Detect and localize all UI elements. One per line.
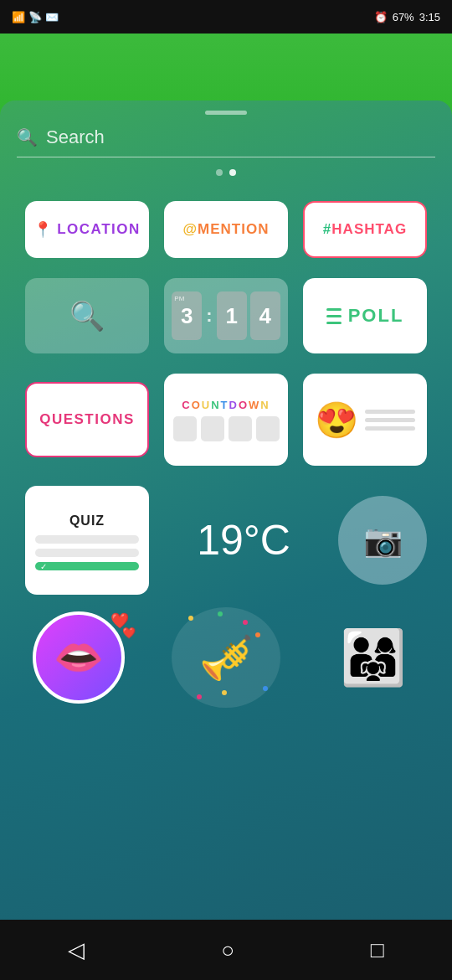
questions-label: QUESTIONS [39, 411, 135, 428]
battery-text: 67% [393, 11, 414, 23]
dot-2 [229, 169, 236, 176]
mention-label: @MENTION [183, 221, 270, 238]
mouth-emoji: 👄 [54, 634, 104, 681]
poll-sticker[interactable]: POLL [303, 278, 427, 353]
mail-icon: ✉️ [45, 11, 59, 23]
sticker-row-3: QUESTIONS COUNTDOWN 😍 [25, 374, 427, 466]
sticker-grid: 📍 LOCATION @MENTION #HASHTAG 🔍 [0, 176, 452, 595]
family-sticker[interactable]: 👨‍👩‍👧 [311, 603, 435, 712]
quiz-title: QUIZ [69, 513, 105, 529]
status-left: 📶 📡 ✉️ [12, 11, 59, 23]
heart-icon-2: ❤️ [122, 627, 136, 639]
emoji-sticker[interactable]: 😍 [303, 374, 427, 466]
mention-sticker[interactable]: @MENTION [164, 201, 288, 258]
poll-label: POLL [348, 305, 404, 327]
drag-handle[interactable] [205, 111, 247, 115]
location-sticker[interactable]: 📍 LOCATION [25, 201, 149, 258]
page-dots [0, 169, 452, 176]
sticker-row-2: 🔍 PM 3 : 1 4 POLL [25, 278, 427, 353]
status-right: ⏰ 67% 3:15 [374, 11, 440, 23]
sticker-sheet: 🔍 Search 📍 LOCATION @MENTION #HASHTAG [0, 101, 452, 946]
emoji-bar [365, 410, 415, 431]
signal-icon: 📶 [12, 11, 25, 23]
bottom-nav: ◁ ○ □ [0, 920, 452, 980]
clock-seg-hour: PM 3 [172, 291, 202, 340]
dot-1 [216, 169, 223, 176]
sticker-row-5: 👄 ❤️ ❤️ 🎺 👨‍👩‍👧 [0, 603, 452, 712]
time-text: 3:15 [419, 11, 440, 23]
mouth-sticker[interactable]: 👄 ❤️ ❤️ [17, 603, 141, 712]
search-big-icon: 🔍 [69, 299, 105, 333]
sticker-row-1: 📍 LOCATION @MENTION #HASHTAG [25, 201, 427, 258]
clock-seg-min1: 1 [217, 291, 247, 340]
camera-icon: 📷 [363, 522, 403, 559]
location-pin-icon: 📍 [33, 220, 52, 239]
temperature-label: 19°C [197, 516, 290, 565]
quiz-lines: ✓ [35, 535, 139, 570]
trumpet-emoji: 🎺 [199, 632, 254, 683]
temperature-sticker[interactable]: 19°C [182, 486, 306, 595]
clock-seg-min2: 4 [250, 291, 280, 340]
family-emoji: 👨‍👩‍👧 [340, 627, 407, 689]
emoji-face: 😍 [315, 400, 358, 441]
back-button[interactable]: ◁ [68, 937, 85, 963]
status-bar: 📶 📡 ✉️ ⏰ 67% 3:15 [0, 0, 452, 34]
hashtag-sticker[interactable]: #HASHTAG [303, 201, 427, 258]
alarm-icon: ⏰ [374, 11, 388, 23]
countdown-label: COUNTDOWN [182, 399, 270, 411]
home-button[interactable]: ○ [221, 937, 234, 963]
countdown-sticker[interactable]: COUNTDOWN [164, 374, 288, 466]
poll-lines-icon [326, 308, 342, 324]
confetti-bg: 🎺 [172, 607, 280, 708]
trumpet-sticker[interactable]: 🎺 [164, 603, 288, 712]
clock-sticker[interactable]: PM 3 : 1 4 [164, 278, 288, 353]
sticker-row-4: QUIZ ✓ 19°C 📷 [25, 486, 427, 595]
search-gif-sticker[interactable]: 🔍 [25, 278, 149, 353]
search-bar[interactable]: 🔍 Search [17, 126, 435, 157]
wifi-icon: 📡 [28, 11, 42, 23]
search-icon: 🔍 [17, 127, 38, 147]
search-placeholder: Search [46, 126, 105, 148]
location-label: LOCATION [57, 221, 141, 238]
hashtag-label: #HASHTAG [323, 221, 407, 238]
questions-sticker[interactable]: QUESTIONS [25, 382, 149, 457]
recent-button[interactable]: □ [371, 937, 384, 963]
countdown-boxes [173, 416, 280, 441]
quiz-sticker[interactable]: QUIZ ✓ [25, 486, 149, 595]
camera-sticker[interactable]: 📷 [338, 496, 427, 585]
